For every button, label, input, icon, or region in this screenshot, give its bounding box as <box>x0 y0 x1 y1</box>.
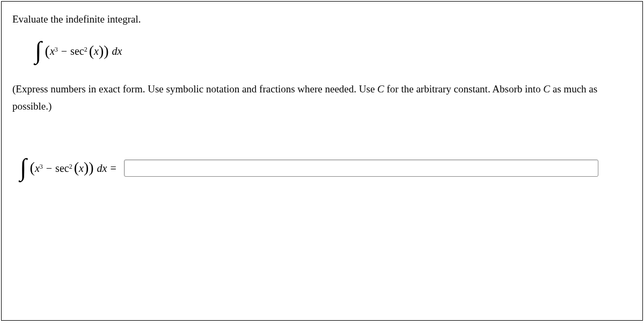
answer-input[interactable] <box>124 160 598 177</box>
answer-row: ∫ ( x3 − sec2 (x) ) dx = <box>12 154 632 183</box>
var-x-inner: x <box>94 45 99 57</box>
differential-d-lhs: d <box>97 162 103 175</box>
constant-c-2: C <box>543 83 550 95</box>
differential-d: d <box>112 45 118 57</box>
equals-sign: = <box>110 162 116 175</box>
question-container: Evaluate the indefinite integral. ∫ ( x3… <box>1 1 643 321</box>
answer-lhs-expression: ∫ ( x3 − sec2 (x) ) dx = <box>20 154 120 183</box>
exponent-2-lhs: 2 <box>69 163 72 171</box>
inner-right-paren: ) <box>99 42 104 60</box>
left-paren-lhs: ( <box>30 159 35 176</box>
left-paren: ( <box>45 42 50 60</box>
exponent-3: 3 <box>55 46 58 54</box>
instruction-text-1: (Express numbers in exact form. Use symb… <box>12 83 377 95</box>
right-paren: ) <box>104 42 108 60</box>
inner-left-paren: ( <box>89 42 94 60</box>
exponent-3-lhs: 3 <box>40 163 43 171</box>
sec-function-lhs: sec <box>55 162 69 175</box>
differential-x-lhs: x <box>103 162 107 175</box>
integral-expression-display: ∫ ( x3 − sec2 (x) ) dx <box>35 37 632 66</box>
question-instructions: (Express numbers in exact form. Use symb… <box>12 81 632 115</box>
sec-function: sec <box>70 45 84 57</box>
inner-right-paren-lhs: ) <box>84 159 89 176</box>
inner-left-paren-lhs: ( <box>74 159 79 176</box>
minus-sign-lhs: − <box>46 162 52 175</box>
math-expression: ∫ ( x3 − sec2 (x) ) dx <box>35 37 122 66</box>
exponent-2: 2 <box>84 46 87 54</box>
minus-sign: − <box>61 45 67 57</box>
constant-c-1: C <box>377 83 384 95</box>
instruction-text-2: for the arbitrary constant. Absorb into <box>384 83 544 95</box>
integral-symbol-lhs: ∫ <box>20 153 27 182</box>
integral-symbol: ∫ <box>35 36 42 64</box>
question-prompt: Evaluate the indefinite integral. <box>12 13 632 25</box>
right-paren-lhs: ) <box>89 159 93 176</box>
var-x-lhs: x <box>35 162 40 175</box>
math-expression-lhs: ∫ ( x3 − sec2 (x) ) dx = <box>20 154 120 183</box>
var-x: x <box>50 45 55 57</box>
var-x-inner-lhs: x <box>79 162 84 175</box>
differential-x: x <box>118 45 122 57</box>
